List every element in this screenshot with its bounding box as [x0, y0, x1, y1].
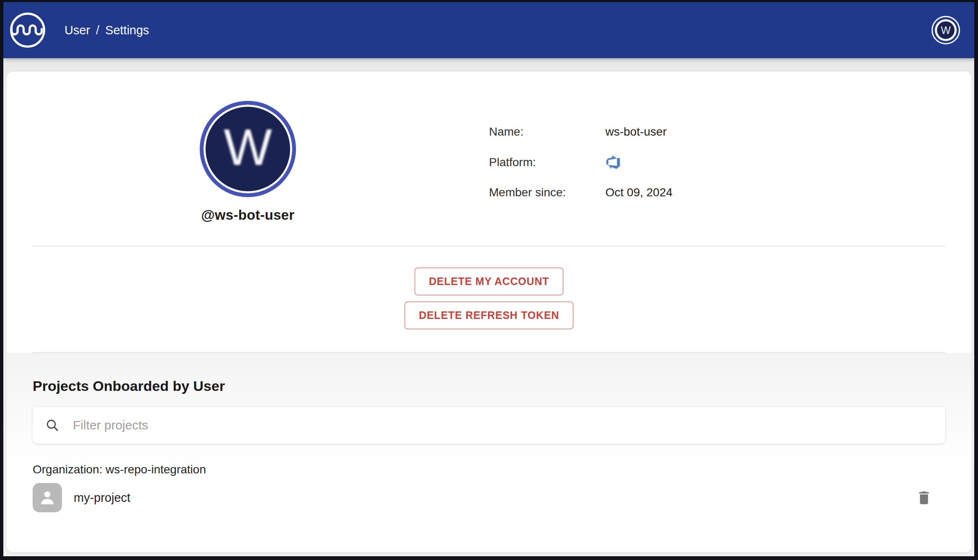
- avatar-column: W @ws-bot-user: [7, 101, 489, 223]
- name-value: ws-bot-user: [605, 125, 667, 139]
- user-menu-avatar-letter: W: [935, 19, 957, 41]
- platform-value: [605, 154, 621, 170]
- project-avatar: [33, 483, 62, 512]
- breadcrumb-separator: /: [96, 23, 99, 37]
- projects-section: Projects Onboarded by User Organization:…: [7, 353, 971, 552]
- mend-logo-icon[interactable]: [8, 10, 48, 50]
- name-label: Name:: [489, 125, 605, 139]
- account-actions: DELETE MY ACCOUNT DELETE REFRESH TOKEN: [7, 247, 971, 352]
- projects-heading: Projects Onboarded by User: [33, 378, 945, 394]
- user-settings-card: W @ws-bot-user Name: ws-bot-user Platfor…: [7, 72, 971, 552]
- info-row-member-since: Member since: Oct 09, 2024: [489, 185, 971, 200]
- member-since-value: Oct 09, 2024: [605, 186, 672, 199]
- app-window: User / Settings W W @ws-bot-user Name:: [0, 0, 978, 560]
- user-menu-avatar[interactable]: W: [932, 16, 960, 44]
- project-name: my-project: [74, 491, 130, 505]
- profile-avatar: W: [200, 101, 296, 197]
- main-area: W @ws-bot-user Name: ws-bot-user Platfor…: [3, 58, 974, 556]
- breadcrumb: User / Settings: [64, 23, 149, 37]
- azure-devops-icon: [605, 154, 621, 170]
- app-header: User / Settings W: [3, 2, 974, 58]
- platform-label: Platform:: [489, 156, 605, 169]
- filter-projects-input[interactable]: [73, 418, 933, 432]
- breadcrumb-item-user[interactable]: User: [64, 23, 90, 37]
- delete-project-button[interactable]: [915, 489, 933, 506]
- info-row-platform: Platform:: [489, 154, 971, 170]
- delete-refresh-token-button[interactable]: DELETE REFRESH TOKEN: [404, 301, 573, 329]
- delete-account-button[interactable]: DELETE MY ACCOUNT: [414, 267, 563, 295]
- breadcrumb-item-settings[interactable]: Settings: [105, 23, 149, 37]
- project-row: my-project: [33, 483, 945, 512]
- profile-avatar-letter: W: [224, 122, 272, 173]
- username: @ws-bot-user: [201, 207, 295, 223]
- organization-label: Organization: ws-repo-integration: [33, 463, 945, 476]
- trash-icon: [915, 489, 933, 506]
- filter-projects-box: [33, 407, 945, 444]
- member-since-label: Member since:: [489, 186, 605, 199]
- info-row-name: Name: ws-bot-user: [489, 124, 971, 139]
- person-icon: [38, 488, 57, 507]
- search-icon: [45, 418, 59, 432]
- profile-section: W @ws-bot-user Name: ws-bot-user Platfor…: [7, 72, 971, 223]
- user-info: Name: ws-bot-user Platform: Member since…: [489, 101, 971, 223]
